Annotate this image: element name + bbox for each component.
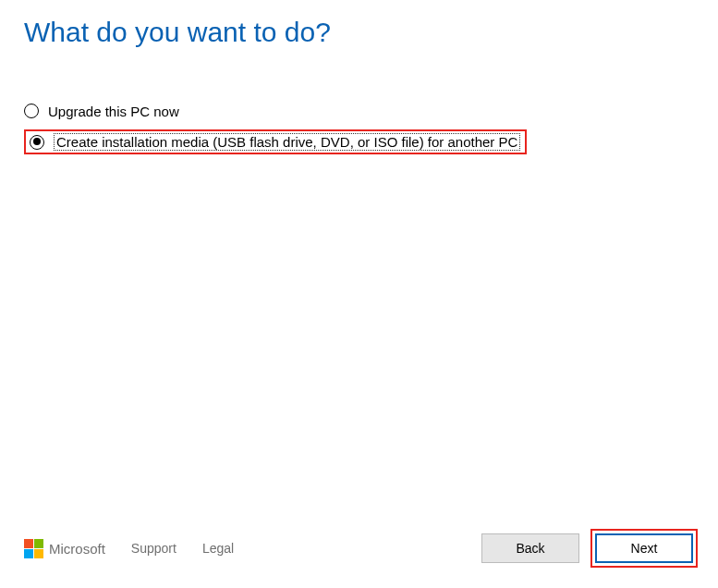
legal-link[interactable]: Legal <box>202 541 234 556</box>
next-button[interactable]: Next <box>595 533 693 563</box>
footer: Microsoft Support Legal Back Next <box>24 529 698 568</box>
options-group: Upgrade this PC now Create installation … <box>0 48 718 154</box>
microsoft-logo-icon <box>24 539 43 558</box>
radio-icon <box>30 135 44 150</box>
option-create-media-label: Create installation media (USB flash dri… <box>54 133 520 151</box>
radio-icon <box>24 104 39 118</box>
brand-name: Microsoft <box>49 541 105 557</box>
option-upgrade-label: Upgrade this PC now <box>48 104 179 119</box>
next-button-highlight: Next <box>590 529 698 568</box>
option-create-media[interactable]: Create installation media (USB flash dri… <box>24 129 527 154</box>
option-upgrade[interactable]: Upgrade this PC now <box>24 96 694 126</box>
support-link[interactable]: Support <box>131 541 176 556</box>
page-title: What do you want to do? <box>0 0 718 48</box>
back-button[interactable]: Back <box>481 533 579 563</box>
